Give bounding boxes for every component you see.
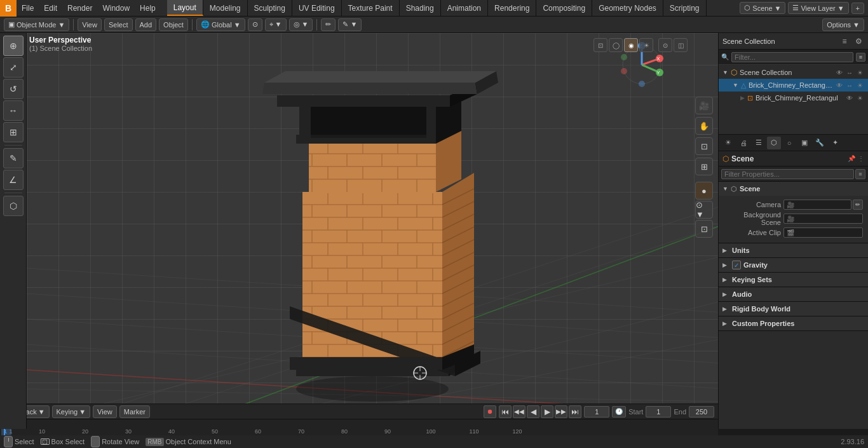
render-icon[interactable]: ☀ <box>855 68 864 77</box>
rigid-body-header[interactable]: ▶ Rigid Body World <box>719 302 868 316</box>
units-section-header[interactable]: ▶ Units <box>719 243 868 257</box>
prop-tab-output[interactable]: 🖨 <box>736 137 750 149</box>
tab-shading[interactable]: Shading <box>400 0 441 16</box>
skip-start-btn[interactable]: ⏮ <box>499 405 512 418</box>
start-frame-input[interactable] <box>646 406 671 417</box>
record-btn[interactable]: ⏺ <box>484 405 496 418</box>
grease-pencil-btn[interactable]: ✏ <box>321 18 336 31</box>
prop-panel-options-icon[interactable]: ⋮ <box>858 155 864 162</box>
view-layer-selector[interactable]: ☰ View Layer ▼ <box>788 2 848 14</box>
menu-window[interactable]: Window <box>97 0 135 16</box>
annotate-tool[interactable]: ✎ <box>3 148 24 168</box>
prop-tab-world[interactable]: ○ <box>782 137 796 149</box>
play-btn[interactable]: ▶ <box>541 405 553 418</box>
tab-rendering[interactable]: Rendering <box>488 0 536 16</box>
view-menu-timeline[interactable]: View <box>93 405 117 418</box>
render-mode-btn[interactable]: ☀ <box>639 38 653 52</box>
skip-end-btn[interactable]: ⏭ <box>569 405 581 418</box>
move-tool[interactable]: ⤢ <box>3 57 24 78</box>
outliner-search-input[interactable] <box>731 52 853 62</box>
object-menu[interactable]: Object <box>159 18 188 31</box>
menu-edit[interactable]: Edit <box>39 0 62 16</box>
background-scene-value[interactable]: 🎥 <box>783 214 863 224</box>
pan-view-btn[interactable]: ✋ <box>695 117 713 135</box>
outliner-filter-btn[interactable]: ≡ <box>839 36 850 47</box>
overlay-btn[interactable]: ⊙ ▼ <box>695 201 713 219</box>
props-search-input[interactable] <box>721 169 854 179</box>
prop-tab-particles[interactable]: ✦ <box>828 137 842 149</box>
new-workspace-btn[interactable]: + <box>851 3 864 14</box>
options-btn[interactable]: Options ▼ <box>822 18 864 31</box>
scale-tool[interactable]: ↔ <box>3 100 24 121</box>
scene-selector[interactable]: ⬡ Scene ▼ <box>740 2 785 14</box>
select-icon[interactable]: ↔ <box>845 68 854 77</box>
select-menu[interactable]: Select <box>104 18 133 31</box>
shading-mode-selector[interactable]: ● <box>695 182 713 200</box>
mode-selector[interactable]: ▣ Object Mode ▼ <box>4 18 69 31</box>
outliner-sub-item[interactable]: ▶ ⊡ Brick_Chimney_Rectangul 👁 ☀ <box>719 92 868 104</box>
outliner-settings-btn[interactable]: ⚙ <box>853 36 864 47</box>
prop-tab-scene[interactable]: ⬡ <box>767 137 781 149</box>
current-frame-input[interactable] <box>584 406 609 417</box>
frame-selected-btn[interactable]: ⊡ <box>695 137 713 155</box>
outliner-filter-options[interactable]: ≡ <box>856 53 865 62</box>
menu-file[interactable]: File <box>17 0 39 16</box>
props-filter-btn[interactable]: ≡ <box>855 169 865 179</box>
menu-help[interactable]: Help <box>135 0 161 16</box>
snap-btn[interactable]: ⌖ ▼ <box>265 18 287 31</box>
outliner-scene-collection[interactable]: ▼ ⬡ Scene Collection 👁 ↔ ☀ <box>719 66 868 79</box>
camera-picker-btn[interactable]: ✏ <box>853 200 863 210</box>
annotate-btn[interactable]: ✎ ▼ <box>338 18 362 31</box>
tab-layout[interactable]: Layout <box>167 0 203 16</box>
prop-pin-icon[interactable]: 📌 <box>848 155 855 162</box>
custom-properties-header[interactable]: ▶ Custom Properties <box>719 316 868 330</box>
tab-animation[interactable]: Animation <box>441 0 488 16</box>
menu-render[interactable]: Render <box>62 0 97 16</box>
keying-menu[interactable]: Keying ▼ <box>52 405 91 418</box>
scene-section-header[interactable]: ▼ ⬡ Scene <box>719 182 868 196</box>
gravity-checkbox[interactable] <box>732 261 741 269</box>
material-mode-btn[interactable]: ◉ <box>624 38 638 52</box>
3d-viewport[interactable]: User Perspective (1) Scene Collection <box>27 33 718 429</box>
active-clip-value[interactable]: 🎬 <box>783 227 863 238</box>
frame-ruler[interactable]: 1 10 20 30 40 50 60 70 80 90 100 110 120… <box>0 419 718 436</box>
tab-scripting[interactable]: Scripting <box>663 0 707 16</box>
transform-tool[interactable]: ⊞ <box>3 122 24 142</box>
solid-mode-btn[interactable]: ◯ <box>609 38 623 52</box>
keying-sets-header[interactable]: ▶ Keying Sets <box>719 273 868 287</box>
proportional-btn[interactable]: ◎ ▼ <box>289 18 313 31</box>
audio-section-header[interactable]: ▶ Audio <box>719 287 868 301</box>
marker-menu[interactable]: Marker <box>119 405 150 418</box>
toggle-visible-btn[interactable]: ⊞ <box>695 158 713 175</box>
play-rev-btn[interactable]: ◀ <box>527 405 539 418</box>
cursor-tool[interactable]: ⊕ <box>3 36 24 56</box>
add-tool[interactable]: ⬡ <box>3 196 24 216</box>
step-fwd-btn[interactable]: ▶▶ <box>555 405 567 418</box>
tab-uv-editing[interactable]: UV Editing <box>292 0 342 16</box>
xray-toggle-btn[interactable]: ◫ <box>674 38 688 52</box>
item-select-icon[interactable]: ↔ <box>845 81 854 90</box>
prop-tab-object[interactable]: ▣ <box>797 137 811 149</box>
tab-compositing[interactable]: Compositing <box>536 0 592 16</box>
overlay-toggle-btn[interactable]: ⊙ <box>658 38 672 52</box>
outliner-item-brick-chimney[interactable]: ▼ △ Brick_Chimney_Rectangular... 👁 ↔ ☀ <box>719 79 868 92</box>
end-frame-input[interactable] <box>689 406 714 417</box>
prop-tab-modifiers[interactable]: 🔧 <box>813 137 827 149</box>
item-render-icon[interactable]: ☀ <box>855 81 864 90</box>
frame-time-toggle[interactable]: 🕐 <box>612 406 626 417</box>
sub-render-icon[interactable]: ☀ <box>855 93 864 102</box>
step-rev-btn[interactable]: ◀◀ <box>513 405 526 418</box>
prop-tab-view-layer[interactable]: ☰ <box>752 137 766 149</box>
gravity-section-header[interactable]: ▶ Gravity <box>719 258 868 272</box>
rotate-tool[interactable]: ↺ <box>3 79 24 99</box>
sub-eye-icon[interactable]: 👁 <box>845 93 854 102</box>
measure-tool[interactable]: ∠ <box>3 170 24 190</box>
add-menu[interactable]: Add <box>135 18 157 31</box>
camera-value[interactable]: 🎥 <box>783 200 851 210</box>
item-eye-icon[interactable]: 👁 <box>835 81 844 90</box>
xray-btn[interactable]: ⊡ <box>695 220 713 238</box>
wireframe-mode-btn[interactable]: ⊡ <box>593 38 607 52</box>
tab-geometry-nodes[interactable]: Geometry Nodes <box>592 0 663 16</box>
tab-modeling[interactable]: Modeling <box>203 0 248 16</box>
pivot-btn[interactable]: ⊙ <box>248 18 262 31</box>
